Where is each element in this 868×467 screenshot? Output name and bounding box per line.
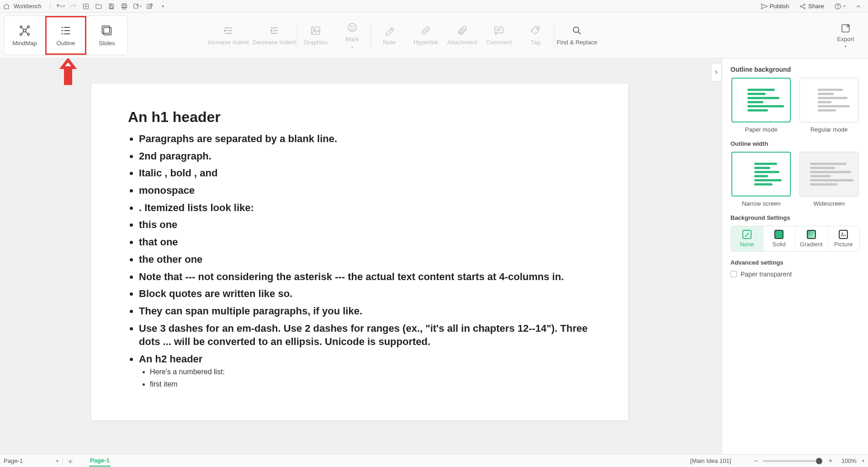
bg-gradient[interactable]: Gradient	[795, 226, 828, 251]
export-quick-icon[interactable]: ▾	[132, 1, 142, 11]
edit-icon[interactable]	[145, 1, 155, 11]
redo-icon[interactable]	[68, 1, 78, 11]
width-narrow[interactable]: Narrow screen	[730, 152, 792, 207]
zoom-out-button[interactable]: −	[754, 457, 758, 465]
help-button[interactable]: ▾	[834, 3, 845, 10]
bg-solid[interactable]: Solid	[763, 226, 796, 251]
decrease-indent-button[interactable]: Decrease Indent	[251, 13, 297, 58]
list-item[interactable]: 2nd paragraph.	[139, 149, 592, 163]
mark-label: Mark	[346, 36, 359, 42]
list-item[interactable]: that one	[139, 235, 592, 249]
outline-paper[interactable]: An h1 header Paragraphs are separated by…	[91, 84, 628, 420]
width-wide-label: Widescreen	[813, 200, 845, 207]
list-item[interactable]: the other one	[139, 253, 592, 266]
list-item[interactable]: An h2 header Here's a numbered list: fir…	[139, 352, 592, 389]
decrease-indent-label: Decrease Indent	[252, 39, 296, 46]
svg-point-21	[313, 29, 315, 31]
share-label: Share	[808, 3, 824, 10]
bg-regular-mode-label: Regular mode	[810, 126, 848, 133]
paper-transparent-row[interactable]: Paper transparent	[730, 271, 860, 278]
tag-button[interactable]: Tag	[517, 13, 554, 58]
bg-regular-mode[interactable]: Regular mode	[799, 78, 860, 133]
bg-settings-row: None Solid Gradient Picture	[730, 226, 860, 252]
open-icon[interactable]	[94, 1, 104, 11]
panel-heading-bg: Outline background	[730, 66, 860, 73]
bg-none[interactable]: None	[731, 226, 763, 251]
workbench-label[interactable]: Workbench	[14, 3, 41, 10]
svg-rect-2	[111, 4, 112, 5]
svg-point-9	[804, 4, 805, 5]
zoom-in-button[interactable]: ＋	[827, 456, 834, 466]
bg-paper-mode-label: Paper mode	[745, 126, 778, 133]
width-wide[interactable]: Widescreen	[799, 152, 860, 207]
graphics-button[interactable]: Graphics	[297, 13, 334, 58]
list-item[interactable]: Note that --- not considering the asteri…	[139, 270, 592, 284]
more-icon[interactable]: ▾	[158, 1, 168, 11]
find-replace-label: Find & Replace	[557, 39, 598, 46]
bg-paper-mode[interactable]: Paper mode	[730, 78, 792, 133]
chevron-down-icon[interactable]: ▾	[862, 458, 864, 463]
list-item[interactable]: monospace	[139, 184, 592, 197]
new-icon[interactable]	[81, 1, 91, 11]
zoom-slider[interactable]	[763, 460, 822, 462]
comment-button[interactable]: Comment	[481, 13, 517, 58]
list-item[interactable]: Here's a numbered list:	[150, 367, 592, 377]
note-button[interactable]: Note	[371, 13, 408, 58]
mark-button[interactable]: Mark ▾	[334, 13, 370, 58]
increase-indent-button[interactable]: Increase Indent	[206, 13, 251, 58]
undo-icon[interactable]: ▾	[55, 1, 65, 11]
publish-button[interactable]: Publish	[761, 3, 789, 10]
panel-heading-bgset: Background Settings	[730, 214, 860, 221]
publish-label: Publish	[770, 3, 789, 10]
svg-rect-5	[123, 7, 126, 9]
panel-heading-width: Outline width	[730, 140, 860, 147]
view-mode-group: MindMap Outline Slides	[4, 16, 128, 55]
find-replace-button[interactable]: Find & Replace	[554, 13, 600, 58]
list-item[interactable]: . Itemized lists look like:	[139, 201, 592, 215]
svg-point-12	[838, 8, 838, 8]
panel-collapse-button[interactable]	[711, 63, 721, 81]
print-icon[interactable]	[119, 1, 129, 11]
increase-indent-label: Increase Indent	[208, 39, 249, 46]
hyperlink-button[interactable]: Hyperlink	[408, 13, 444, 58]
view-outline-button[interactable]: Outline	[45, 16, 86, 55]
checkbox-icon[interactable]	[730, 271, 737, 277]
list-item[interactable]: this one	[139, 218, 592, 232]
side-panel: Outline background Paper mode Regular mo…	[722, 58, 868, 454]
svg-point-24	[353, 26, 354, 27]
view-mindmap-button[interactable]: MindMap	[4, 16, 45, 55]
paper-transparent-label: Paper transparent	[741, 271, 792, 278]
collapse-ribbon-icon[interactable]	[855, 3, 862, 10]
svg-point-13	[23, 29, 26, 32]
view-slides-button[interactable]: Slides	[86, 16, 127, 55]
svg-rect-1	[111, 6, 113, 8]
canvas-area[interactable]: An h1 header Paragraphs are separated by…	[0, 58, 711, 454]
list-item[interactable]: Italic , bold , and	[139, 166, 592, 180]
chevron-down-icon: ▾	[56, 458, 58, 463]
save-icon[interactable]	[106, 1, 116, 11]
toolbar: MindMap Outline Slides Increase Indent D…	[0, 13, 868, 58]
title-bar: Workbench ▾ ▾ ▾ Publish Share ▾	[0, 0, 868, 13]
list-item[interactable]: Use 3 dashes for an em-dash. Use 2 dashe…	[139, 322, 592, 349]
zoom-value[interactable]: 100%	[842, 457, 857, 464]
list-item[interactable]: Paragraphs are separated by a blank line…	[139, 132, 592, 146]
svg-point-27	[573, 27, 579, 32]
bg-picture[interactable]: Picture	[828, 226, 860, 251]
share-button[interactable]: Share	[799, 3, 824, 10]
svg-point-29	[842, 233, 843, 234]
status-bar: Page-1 ▾ ＋ Page-1 [Main Idea 101] − ＋ 10…	[0, 454, 868, 467]
export-button[interactable]: Export ▾	[830, 13, 862, 58]
add-page-button[interactable]: ＋	[66, 456, 74, 467]
home-icon[interactable]	[3, 3, 10, 10]
list-item[interactable]: first item	[150, 379, 592, 389]
panel-heading-adv: Advanced settings	[730, 259, 860, 266]
tag-label: Tag	[531, 39, 540, 46]
page-selector[interactable]: Page-1 ▾	[4, 457, 58, 464]
page-tab[interactable]: Page-1	[89, 455, 111, 467]
svg-rect-19	[102, 26, 110, 33]
list-item[interactable]: They can span multiple paragraphs, if yo…	[139, 304, 592, 318]
hyperlink-label: Hyperlink	[413, 39, 438, 46]
attachment-button[interactable]: Attachment	[444, 13, 481, 58]
list-item[interactable]: Block quotes are written like so.	[139, 287, 592, 301]
doc-title[interactable]: An h1 header	[128, 109, 592, 126]
